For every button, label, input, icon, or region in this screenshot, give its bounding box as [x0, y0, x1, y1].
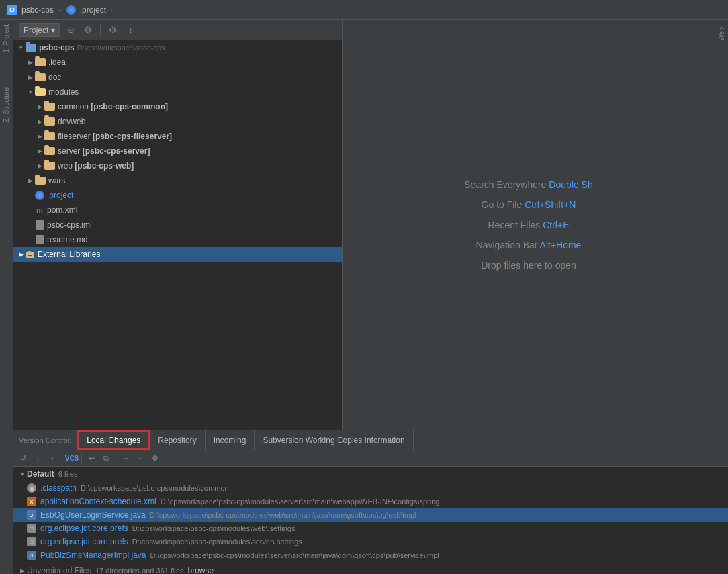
tree-pom[interactable]: m pom.xml: [13, 203, 342, 218]
filter-icon[interactable]: ⚙: [81, 23, 95, 37]
vc-label: Version Control:: [13, 430, 77, 450]
group-default-count: 6 files: [58, 470, 78, 478]
expander-default[interactable]: ▾: [17, 469, 27, 479]
vc-file-classpath[interactable]: ◎ .classpath D:\cpsworkspace\psbc-cps\mo…: [13, 481, 728, 495]
root-name: psbc-cps: [39, 43, 75, 52]
tab-repository[interactable]: Repository: [150, 430, 205, 450]
vcs-icon[interactable]: VCS: [65, 452, 79, 465]
collapse-icon[interactable]: ↕: [124, 23, 137, 37]
appcontext-path: D:\cpsworkspace\psbc-cps\modules\server\…: [161, 497, 440, 506]
expander-idea[interactable]: ▶: [26, 58, 35, 67]
common-tag: [psbc-cps-common]: [89, 102, 168, 111]
vc-file-pub[interactable]: J PubBizSmsManagerImpl.java D:\cpsworksp…: [13, 548, 728, 562]
chevron-down-icon: ▾: [51, 26, 55, 35]
classpath-icon: ◎: [27, 483, 36, 493]
folder-icon-root: [26, 44, 36, 52]
hint-goto-label: Go to File: [482, 199, 525, 210]
hint-goto-file: Go to File Ctrl+Shift+N: [482, 199, 576, 210]
extlib-icon: [26, 250, 35, 259]
project-globe-icon: [66, 5, 76, 15]
fileserver-tag: [psbc-cps-fileserver]: [91, 132, 172, 141]
tree-common[interactable]: ▶ common [psbc-cps-common]: [13, 99, 342, 114]
remove-icon[interactable]: －: [134, 452, 147, 465]
bt-sep-3: [116, 453, 116, 464]
web-name: web: [58, 161, 73, 171]
tree-project-file[interactable]: .project: [13, 188, 342, 203]
sidebar-item-structure[interactable]: Z: Structure: [1, 83, 11, 126]
project-dropdown[interactable]: Project ▾: [19, 23, 60, 37]
tree-web[interactable]: ▶ web [psbc-cps-web]: [13, 158, 342, 173]
bottom-panel: Version Control: Local Changes Repositor…: [13, 430, 728, 574]
web-tag: [psbc-cps-web]: [73, 161, 134, 171]
tree-server[interactable]: ▶ server [psbc-cps-server]: [13, 144, 342, 158]
sidebar-item-project[interactable]: 1: Project: [1, 20, 11, 56]
breadcrumb-arrow: ›: [110, 5, 113, 15]
tree-modules[interactable]: ▾ modules: [13, 85, 342, 99]
add-icon[interactable]: ＋: [119, 452, 132, 465]
file-icon-md: [35, 234, 44, 245]
root-path: D:\cpsworkspace\psbc-cps: [77, 44, 165, 52]
tree-doc[interactable]: ▶ doc: [13, 70, 342, 85]
tab-svn-info[interactable]: Subversion Working Copies Information: [255, 430, 413, 450]
vc-file-prefs-server[interactable]: □ org.eclipse.jdt.core.prefs D:\cpsworks…: [13, 535, 728, 548]
move-down-icon[interactable]: ↓: [31, 452, 44, 465]
expander-unversioned[interactable]: ▶: [17, 566, 27, 574]
vc-file-appcontext[interactable]: X applicationContext-schedule.xml D:\cps…: [13, 495, 728, 508]
unversioned-browse[interactable]: browse: [188, 566, 214, 574]
pub-path: D:\cpsworkspace\psbc-cps\modules\server\…: [150, 551, 439, 559]
svg-rect-1: [28, 251, 31, 253]
vc-group-default: ▾ Default 6 files: [13, 467, 728, 481]
vc-file-prefs-web[interactable]: □ org.eclipse.jdt.core.prefs D:\cpsworks…: [13, 522, 728, 535]
doc-name: doc: [48, 73, 61, 82]
tab-local-changes[interactable]: Local Changes: [77, 430, 150, 450]
bottom-content: ▾ Default 6 files ◎ .classpath D:\cpswor…: [13, 467, 728, 574]
refresh-icon[interactable]: ↺: [16, 452, 30, 465]
unversioned-label: Unversioned Files: [27, 566, 91, 574]
expander-extlib[interactable]: ▶: [16, 250, 26, 259]
project-name: psbc-cps: [21, 5, 54, 15]
tree-readme[interactable]: readme.md: [13, 232, 342, 247]
tree-iml[interactable]: psbc-cps.iml: [13, 218, 342, 232]
left-tool-strip: 1: Project Z: Structure: [0, 20, 13, 574]
iml-name: psbc-cps.iml: [47, 220, 92, 230]
tree-fileserver[interactable]: ▶ fileserver [psbc-cps-fileserver]: [13, 129, 342, 144]
tree-wars[interactable]: ▶ wars: [13, 173, 342, 188]
extlib-label: External Libraries: [38, 250, 100, 259]
expander-wars[interactable]: ▶: [26, 176, 35, 185]
project-file-name: .project: [47, 191, 73, 200]
hint-nav-key: Alt+Home: [540, 240, 582, 250]
settings-icon[interactable]: ⚙: [106, 23, 120, 37]
diff-icon[interactable]: ⧉: [99, 452, 113, 465]
tab-incoming[interactable]: Incoming: [206, 430, 255, 450]
vc-file-esb[interactable]: J EsbOgUserLoginService.java D:\cpsworks…: [13, 508, 728, 522]
expander-devweb[interactable]: ▶: [35, 117, 44, 126]
hint-search-label: Search Everywhere: [464, 179, 549, 190]
expander-common[interactable]: ▶: [35, 102, 44, 111]
tree-root[interactable]: ▾ psbc-cps D:\cpsworkspace\psbc-cps: [13, 40, 342, 55]
classpath-path: D:\cpsworkspace\psbc-cps\modules\common: [81, 484, 229, 492]
sidebar-item-web[interactable]: Web: [717, 23, 727, 44]
appcontext-name: applicationContext-schedule.xml: [40, 497, 156, 506]
tree-devweb[interactable]: ▶ devweb: [13, 114, 342, 129]
right-panel: Search Everywhere Double Sh Go to File C…: [343, 20, 715, 430]
move-up-icon[interactable]: ↑: [46, 452, 59, 465]
expander-modules[interactable]: ▾: [26, 87, 35, 97]
expander-web[interactable]: ▶: [35, 161, 44, 171]
folder-icon-idea: [35, 58, 46, 66]
expander-doc[interactable]: ▶: [26, 73, 35, 82]
menu-icon[interactable]: ⚙: [148, 452, 162, 465]
revert-icon[interactable]: ↩: [85, 452, 98, 465]
unversioned-count: 17 directories and 361 files: [95, 567, 183, 574]
hint-drop-files: Drop files here to open: [481, 260, 576, 271]
bt-sep-1: [62, 453, 62, 464]
expander-server[interactable]: ▶: [35, 146, 44, 156]
tree-idea[interactable]: ▶ .idea: [13, 55, 342, 70]
modules-name: modules: [48, 87, 79, 97]
pom-name: pom.xml: [47, 205, 77, 215]
expander-fileserver[interactable]: ▶: [35, 132, 44, 141]
hint-goto-key: Ctrl+Shift+N: [525, 199, 576, 210]
locate-icon[interactable]: ⊕: [64, 23, 77, 37]
title-bar: IJ psbc-cps – .project ›: [0, 0, 728, 20]
expander-root[interactable]: ▾: [16, 43, 26, 52]
tree-external-libraries[interactable]: ▶ External Libraries: [13, 247, 342, 262]
